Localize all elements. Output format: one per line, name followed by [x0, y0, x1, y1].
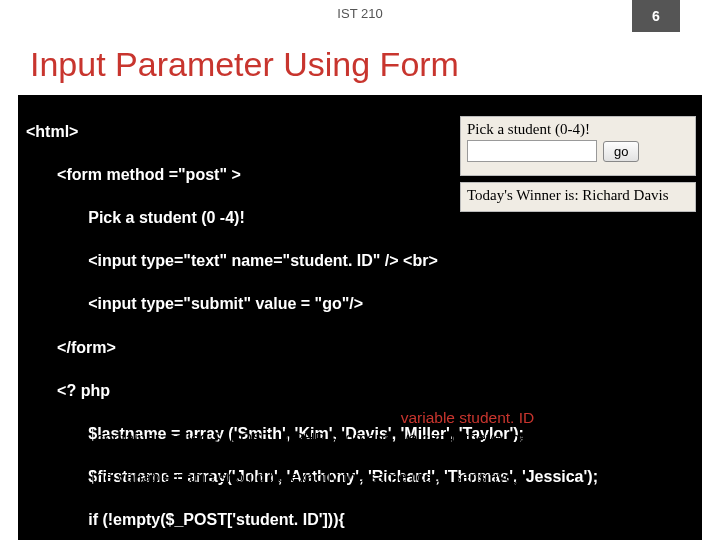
explanation-text: The value input into the textbox will be…: [50, 408, 690, 487]
go-button[interactable]: go: [603, 141, 639, 162]
winner-text: Today's Winner is: Richard Davis: [467, 187, 669, 203]
code-line: if (!empty($_POST['student. ID'])){: [26, 509, 694, 531]
slide-title: Input Parameter Using Form: [0, 27, 720, 84]
student-id-input[interactable]: [467, 140, 597, 162]
slide-header: IST 210 6: [0, 0, 720, 27]
code-line: <input type="submit" value = "go"/>: [26, 293, 694, 315]
explain-highlight: variable student. ID: [401, 409, 535, 426]
form-label: Pick a student (0-4)!: [467, 121, 689, 138]
page-number: 6: [632, 0, 680, 32]
browser-preview-result: Today's Winner is: Richard Davis: [460, 182, 696, 212]
course-code: IST 210: [337, 6, 382, 21]
explain-note: Note, the variable name should be exactl…: [50, 468, 523, 485]
code-line: <? php: [26, 380, 694, 402]
code-line: <input type="text" name="student. ID" />…: [26, 250, 694, 272]
code-line: </form>: [26, 337, 694, 359]
browser-preview-form: Pick a student (0-4)! go: [460, 116, 696, 176]
explain-part: The value input into the textbox will be…: [50, 409, 401, 426]
